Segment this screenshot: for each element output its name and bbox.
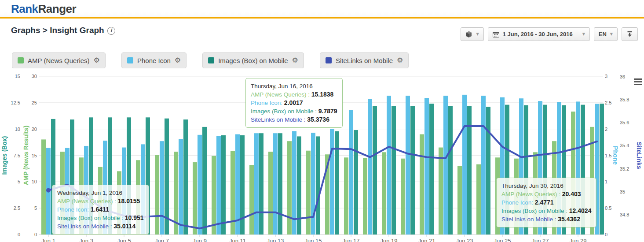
chart-bar-amp[interactable] [439, 148, 443, 235]
chart-bar-amp[interactable] [457, 166, 462, 235]
chart-bar-images[interactable] [202, 127, 207, 235]
amp-tick-label: 10 [32, 179, 37, 184]
chart-bar-phone[interactable] [179, 139, 183, 235]
x-label: Jun 13 [267, 238, 284, 242]
chart-bar-images[interactable] [392, 106, 396, 235]
chart-bar-phone[interactable] [443, 96, 448, 235]
images-tick-label: 10 [15, 127, 20, 132]
sitelinks-axis-title: SiteLinks [636, 141, 643, 169]
images-tick-label: 7.5 [14, 153, 20, 158]
chart-bar-images[interactable] [467, 106, 472, 235]
chart-bar-images[interactable] [259, 133, 263, 235]
tooltip-row: SiteLinks on Mobile : 35.0114 [57, 222, 144, 231]
images-tick-label: 12.5 [11, 100, 20, 105]
tooltip-jun-16: Thursday, Jun 16, 2016AMP (News Queries)… [245, 78, 343, 128]
chart-bar-phone[interactable] [311, 133, 315, 235]
x-label: Jun 27 [531, 238, 549, 242]
chart-bar-amp[interactable] [268, 152, 273, 235]
tooltip-jun-1: Wednesday, Jun 1, 2016AMP (News Queries)… [52, 185, 149, 235]
hamburger-icon[interactable] [634, 78, 642, 86]
sitelinks-tick-label: 35 [620, 189, 625, 194]
x-label: Jun 19 [380, 238, 397, 242]
chart-bar-amp[interactable] [155, 155, 159, 235]
chart-bar-phone[interactable] [273, 133, 278, 235]
chart-bar-images[interactable] [221, 135, 226, 235]
chart-bar-images[interactable] [183, 119, 188, 235]
chart-bar-images[interactable] [278, 133, 282, 235]
chart-bar-amp[interactable] [382, 152, 386, 235]
sitelinks-tick-label: 35.4 [620, 143, 629, 148]
amp-tick-label: 25 [32, 100, 37, 105]
chart-bar-amp[interactable] [344, 157, 348, 235]
chart-bar-images[interactable] [600, 104, 604, 235]
x-label: Jun 9 [193, 238, 207, 242]
chart-bar-amp[interactable] [476, 164, 481, 235]
chart-bar-images[interactable] [486, 107, 490, 235]
chart-bar-images[interactable] [354, 130, 358, 235]
chart-bar-phone[interactable] [349, 110, 353, 235]
chart-bar-images[interactable] [335, 131, 339, 235]
sitelinks-tick-label: 36 [620, 74, 625, 79]
chart-bar-amp[interactable] [420, 134, 424, 235]
chart-bar-amp[interactable] [306, 151, 311, 235]
chart-bar-images[interactable] [410, 106, 415, 235]
chart-bar-phone[interactable] [368, 99, 372, 235]
tooltip-jun-30: Thursday, Jun 30, 2016AMP (News Queries)… [496, 178, 596, 227]
chart-bar-phone[interactable] [330, 129, 334, 235]
x-label: Jun 17 [342, 238, 359, 242]
chart-bar-phone[interactable] [387, 96, 391, 235]
chart-bar-images[interactable] [429, 104, 434, 235]
x-label: Jun 29 [569, 238, 586, 242]
chart-bar-amp[interactable] [193, 162, 197, 235]
chart-bar-phone[interactable] [216, 136, 221, 235]
sitelinks-tick-label: 35.2 [620, 166, 629, 171]
images-tick-label: 15 [15, 74, 20, 79]
phone-tick-label: 0.5 [605, 205, 611, 211]
chart-bar-amp[interactable] [41, 139, 46, 235]
tooltip-row: Phone Icon: 2.0017 [251, 99, 337, 107]
tooltip-row: SiteLinks on Mobile : 35.3736 [251, 115, 337, 124]
sitelinks-tick-label: 34.8 [620, 212, 629, 217]
chart-bar-amp[interactable] [212, 156, 216, 235]
chart-bar-phone[interactable] [462, 95, 467, 235]
chart-bar-phone[interactable] [424, 98, 429, 235]
images-tick-label: 5 [18, 179, 20, 184]
chart-bar-amp[interactable] [287, 141, 292, 235]
amp-axis-title: AMP (News Results) [22, 126, 29, 185]
chart-bar-images[interactable] [448, 106, 453, 235]
line-marker [46, 188, 51, 193]
x-label: Jun 7 [155, 238, 169, 242]
chart-bar-images[interactable] [297, 136, 301, 235]
tooltip-row: AMP (News Queries) : 18.0155 [57, 197, 144, 205]
amp-tick-label: 20 [32, 127, 37, 132]
chart-bar-amp[interactable] [249, 165, 254, 235]
x-label: Jun 25 [494, 238, 511, 242]
phone-tick-label: 0 [605, 232, 607, 237]
x-label: Jun 11 [229, 238, 246, 242]
chart-bar-images[interactable] [373, 106, 377, 235]
chart-bar-amp[interactable] [401, 159, 405, 235]
phone-tick-label: 1.5 [605, 153, 611, 158]
chart-bar-phone[interactable] [198, 135, 202, 235]
chart-bar-phone[interactable] [254, 133, 259, 235]
chart-bar-phone[interactable] [160, 141, 164, 235]
phone-axis-title: Phone [612, 146, 619, 165]
tooltip-date: Wednesday, Jun 1, 2016 [57, 189, 144, 197]
x-label: Jun 23 [456, 238, 473, 242]
phone-tick-label: 2.5 [605, 100, 611, 105]
x-label: Jun 5 [117, 238, 131, 242]
amp-tick-label: 30 [32, 74, 37, 79]
tooltip-row: Phone Icon: 2.4771 [501, 198, 591, 207]
amp-tick-label: 0 [34, 232, 37, 237]
tooltip-row: Images (Box) on Mobile : 9.7879 [251, 107, 337, 115]
sitelinks-tick-label: 35.8 [620, 97, 629, 102]
phone-tick-label: 3 [605, 74, 607, 79]
amp-tick-label: 5 [34, 205, 37, 211]
chart-bar-phone[interactable] [406, 96, 410, 235]
chart-bar-phone[interactable] [481, 96, 486, 235]
chart-bar-images[interactable] [316, 136, 320, 235]
x-label: Jun 3 [79, 238, 93, 242]
images-tick-label: 0 [18, 232, 20, 237]
x-label: Jun 15 [304, 238, 322, 242]
chart-bar-amp[interactable] [363, 158, 367, 235]
